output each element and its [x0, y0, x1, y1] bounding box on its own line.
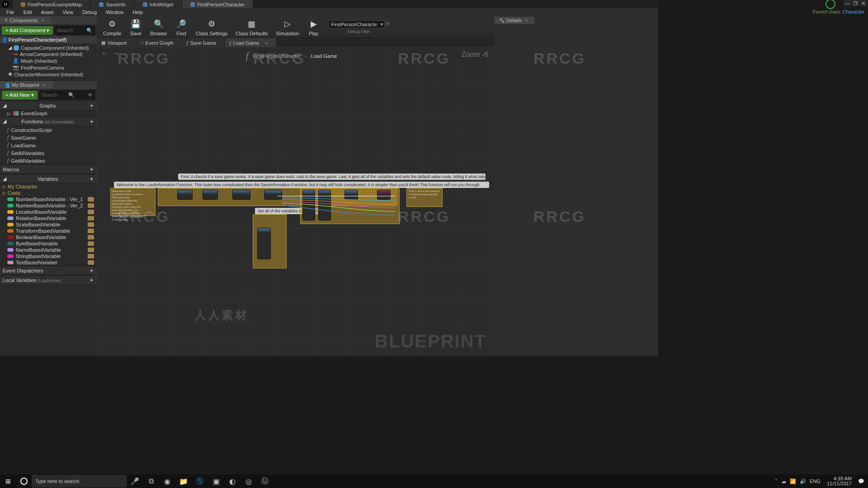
bp-node[interactable]	[344, 190, 358, 200]
menu-help[interactable]: Help	[129, 9, 146, 15]
edit-icon[interactable]	[88, 197, 94, 202]
tab-viewport[interactable]: ▦ Viewport	[97, 38, 135, 47]
menu-file[interactable]: File	[3, 9, 18, 15]
editor-tab-saveinfo[interactable]: SaveInfo	[91, 0, 133, 8]
blueprint-search-input[interactable]: Search🔍👁	[39, 90, 95, 99]
bp-node[interactable]	[302, 190, 315, 221]
mic-icon[interactable]: 🎤	[127, 474, 143, 488]
start-button[interactable]: ⊞	[0, 474, 16, 488]
edit-icon[interactable]	[88, 216, 94, 221]
edit-icon[interactable]	[88, 235, 94, 239]
add-component-button[interactable]: + Add Component ▾	[2, 26, 53, 35]
tree-item-capsule[interactable]: ◢ CapsuleComponent (Inherited)	[0, 44, 97, 51]
add-icon[interactable]: ＋	[89, 267, 94, 274]
bp-node[interactable]	[232, 190, 250, 200]
tray-chevron-up-icon[interactable]: ˄	[775, 479, 778, 484]
fn-savegame[interactable]: fSaveGame	[0, 134, 97, 141]
notifications-icon[interactable]: 💬	[858, 479, 864, 484]
edit-icon[interactable]	[88, 210, 94, 214]
menu-view[interactable]: View	[59, 9, 77, 15]
toolbar-play-button[interactable]: ▶Play	[304, 17, 324, 37]
variable-item[interactable]: TextBasedVariabel	[0, 259, 97, 266]
vargroup-casts[interactable]: ▷ Casts	[0, 190, 97, 196]
variable-item[interactable]: RotationBasedVariable	[0, 215, 97, 221]
tree-item-mesh[interactable]: 👤 Mesh (Inherited)	[0, 57, 97, 64]
add-icon[interactable]: ＋	[89, 118, 94, 125]
variable-item[interactable]: ScaleBasedVariable	[0, 221, 97, 228]
section-graphs[interactable]: ◢Graphs＋	[0, 101, 97, 110]
close-button[interactable]: ✕	[860, 0, 867, 6]
maximize-button[interactable]: ❐	[852, 0, 859, 6]
task-app[interactable]: ◎	[241, 474, 257, 488]
bp-node[interactable]	[177, 190, 193, 200]
task-skype[interactable]: Ⓢ	[192, 474, 208, 488]
close-icon[interactable]: ×	[39, 18, 46, 23]
components-tab[interactable]: ⠿ Components×	[0, 17, 51, 24]
details-tab[interactable]: 🔧 Details×	[495, 17, 534, 24]
editor-tab-map[interactable]: FirstPersonExampleMap	[13, 0, 90, 8]
taskbar-clock[interactable]: 4:39 AM 11/11/2017	[824, 476, 854, 486]
section-variables[interactable]: ◢Variables＋	[0, 174, 97, 183]
tab-eventgraph[interactable]: ∷Event Graph	[136, 38, 182, 47]
edit-icon[interactable]	[88, 203, 94, 208]
toolbar-browse-button[interactable]: 🔍Browse	[146, 17, 170, 37]
section-functions[interactable]: ◢Functions (31 Overridable)＋	[0, 117, 97, 126]
cortana-button[interactable]	[16, 474, 32, 488]
edit-icon[interactable]	[88, 229, 94, 233]
bp-node[interactable]	[257, 228, 271, 259]
fn-getallvariables[interactable]: fGetAllVariables	[0, 157, 97, 164]
add-icon[interactable]: ＋	[89, 175, 94, 182]
variable-item[interactable]: StringBasedVariable	[0, 253, 97, 259]
task-chrome[interactable]: ◉	[159, 474, 175, 488]
edit-icon[interactable]	[88, 241, 94, 246]
toolbar-class-settings-button[interactable]: ⚙Class Settings	[192, 17, 231, 37]
add-new-button[interactable]: + Add New ▾	[2, 91, 38, 99]
toolbar-save-button[interactable]: 💾Save	[126, 17, 146, 37]
editor-tab-infowidget[interactable]: InfoWidget	[135, 0, 182, 8]
comment-node[interactable]: Welcome to the LoadInformation Function.…	[114, 182, 489, 188]
editor-tab-firstpersoncharacter[interactable]: FirstPersonCharacter	[182, 0, 253, 8]
close-icon[interactable]: ×	[524, 18, 530, 23]
tree-item-charmove[interactable]: ✱ CharacterMovement (Inherited)	[0, 71, 97, 78]
edit-icon[interactable]	[88, 254, 94, 258]
tray-lang-icon[interactable]: ENG	[810, 479, 821, 484]
bp-node[interactable]	[377, 190, 391, 200]
task-view-button[interactable]: ⧉	[143, 474, 159, 488]
task-explorer[interactable]: 📁	[175, 474, 192, 488]
edit-icon[interactable]	[88, 260, 94, 265]
variable-item[interactable]: LocationBasedVariable	[0, 209, 97, 215]
tray-network-icon[interactable]: 📶	[790, 479, 796, 484]
comment-node[interactable]: First, it checks if a save game exists. …	[178, 174, 486, 180]
close-icon[interactable]: ×	[41, 82, 47, 88]
edit-icon[interactable]	[88, 248, 94, 252]
menu-asset[interactable]: Asset	[38, 9, 57, 15]
vargroup-mycharacter[interactable]: ▷ My Character	[0, 183, 97, 190]
fn-loadgame[interactable]: fLoadGame	[0, 141, 97, 149]
add-icon[interactable]: ＋	[89, 166, 94, 173]
nav-back-button[interactable]: ⇦	[102, 51, 106, 56]
graph-canvas[interactable]: ⇦ ⇨ f FirstPersonCharacter › Load Game Z…	[97, 47, 495, 356]
task-steam[interactable]: ◐	[224, 474, 241, 488]
menu-debug[interactable]: Debug	[79, 9, 100, 15]
section-dispatchers[interactable]: Event Dispatchers＋	[0, 266, 97, 275]
variable-item[interactable]: BooleanBasedVariable	[0, 234, 97, 240]
tree-item-camera[interactable]: 📷 FirstPersonCamera	[0, 64, 97, 71]
bp-node[interactable]	[203, 190, 218, 200]
refresh-icon[interactable]: ⟳	[386, 21, 390, 27]
debug-filter-dropdown[interactable]: FirstPersonCharacte	[328, 20, 385, 28]
edit-icon[interactable]	[88, 222, 94, 227]
graph-eventgraph[interactable]: ▷ EventGraph	[0, 110, 97, 117]
tab-loadgame[interactable]: fLoad Game×	[225, 38, 276, 47]
fn-constructionscript[interactable]: fConstructionScript	[0, 126, 97, 134]
bp-node[interactable]	[264, 190, 282, 200]
menu-edit[interactable]: Edit	[20, 9, 36, 15]
variable-item[interactable]: TransformBasedVariable	[0, 228, 97, 234]
variable-item[interactable]: ByteBasedVariable	[0, 240, 97, 247]
nav-forward-button[interactable]: ⇨	[114, 51, 118, 56]
eye-icon[interactable]: 👁	[88, 92, 93, 98]
tray-volume-icon[interactable]: 🔊	[800, 479, 806, 484]
component-root[interactable]: 👤 FirstPersonCharacter(self)	[0, 36, 97, 43]
toolbar-find-button[interactable]: 🔎Find	[171, 17, 191, 37]
task-unreal[interactable]: Ⓤ	[257, 474, 273, 488]
components-search-input[interactable]: Search🔍	[55, 26, 95, 35]
